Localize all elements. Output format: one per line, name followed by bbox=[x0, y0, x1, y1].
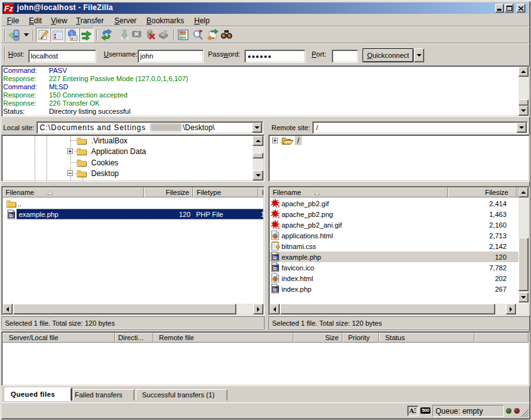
svg-text:Fz: Fz bbox=[4, 4, 14, 13]
svg-text:A: A bbox=[409, 407, 414, 414]
